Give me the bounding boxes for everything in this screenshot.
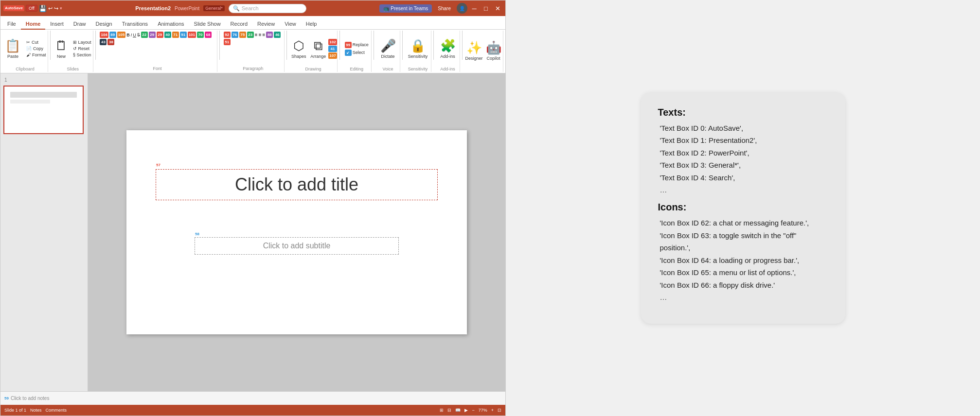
- tab-file[interactable]: File: [2, 19, 21, 30]
- slides-label: Slides: [67, 66, 79, 71]
- cut-button[interactable]: ✂ Cut: [24, 39, 48, 45]
- new-slide-button[interactable]: 🗒 New: [53, 32, 70, 66]
- status-notes[interactable]: Notes: [30, 408, 42, 413]
- arrange-button[interactable]: ⧉ Arrange: [309, 32, 327, 66]
- editing-group: 99 Replace ↙ Select Editing: [342, 31, 372, 72]
- new-slide-label: New: [57, 54, 66, 59]
- editing-buttons: 99 Replace ↙ Select: [343, 32, 371, 66]
- italic-button[interactable]: I: [131, 33, 132, 37]
- sensitivity-button[interactable]: 🔒 Sensitivity: [407, 32, 428, 66]
- addins-button[interactable]: 🧩 Add-ins: [438, 32, 458, 66]
- maximize-button[interactable]: □: [481, 3, 491, 13]
- slide-canvas[interactable]: 57 Click to add title 58 Click to add su…: [126, 130, 467, 334]
- tab-record[interactable]: Record: [226, 19, 252, 30]
- app-name-label: PowerPoint: [175, 6, 199, 11]
- paste-icon: 📋: [5, 38, 20, 53]
- search-placeholder: Search: [242, 5, 259, 11]
- layout-button[interactable]: ⊞ Layout: [71, 39, 93, 45]
- sep-5: [339, 31, 340, 60]
- copilot-button[interactable]: 🤖 Copilot: [484, 34, 503, 68]
- quickaccess-more[interactable]: ▾: [60, 6, 62, 11]
- badge-71: 71: [172, 32, 179, 38]
- icons-item-1: 'Icon Box ID 63: a toggle switch in the …: [660, 229, 828, 254]
- editing-label: Editing: [350, 66, 363, 71]
- close-button[interactable]: ✕: [493, 3, 502, 13]
- slide-title-box[interactable]: 57 Click to add title: [156, 169, 438, 200]
- drawing-buttons: ⬡ Shapes ⧉ Arrange 102 41 107: [289, 32, 337, 66]
- section-button[interactable]: § Section: [71, 52, 93, 58]
- underline-button[interactable]: U: [133, 33, 136, 37]
- status-fit[interactable]: ⊡: [498, 408, 501, 413]
- texts-item-1: 'Text Box ID 1: Presentation2',: [660, 134, 828, 147]
- redo-icon[interactable]: ↪: [54, 5, 58, 12]
- tab-help[interactable]: Help: [301, 19, 322, 30]
- dictate-button[interactable]: 🎤 Dictate: [378, 32, 398, 66]
- badge-font-size: 40: [164, 32, 171, 38]
- addins-icon: 🧩: [440, 38, 456, 53]
- addins-label-group: Add-ins: [440, 66, 455, 71]
- notes-placeholder: Click to add notes: [11, 396, 50, 401]
- status-view-reading[interactable]: 📖: [455, 408, 461, 413]
- status-slideshow[interactable]: ▶: [464, 408, 468, 413]
- annotation-card: Texts: 'Text Box ID 0: AutoSave', 'Text …: [641, 92, 845, 324]
- addins-group: 🧩 Add-ins Add-ins: [436, 31, 460, 72]
- slide-thumbnail[interactable]: [3, 86, 84, 134]
- clipboard-small-buttons: ✂ Cut 📄 Copy 🖌 Format: [24, 32, 48, 66]
- undo-icon[interactable]: ↩: [48, 5, 53, 12]
- texts-item-2: 'Text Box ID 2: PowerPoint',: [660, 147, 828, 159]
- tab-transitions[interactable]: Transitions: [117, 19, 153, 30]
- ppt-application: AutoSave Off 💾 ↩ ↪ ▾ Presentation2 Power…: [0, 0, 506, 416]
- reset-button[interactable]: ↺ Reset: [71, 46, 93, 52]
- slide-subtitle-box[interactable]: 58 Click to add subtitle: [195, 237, 399, 255]
- notes-bar[interactable]: 59 Click to add notes: [0, 391, 505, 405]
- copy-button[interactable]: 📄 Copy: [24, 46, 48, 52]
- align-left-button[interactable]: ≡: [255, 32, 258, 37]
- share-button[interactable]: Share: [434, 4, 455, 13]
- bold-button[interactable]: B: [126, 33, 130, 37]
- paste-button[interactable]: 📋 Paste: [2, 32, 23, 66]
- tab-review[interactable]: Review: [252, 19, 280, 30]
- font-buttons: 104 89 105 B I U S̶ 22 29 29 40 71 91 10…: [100, 32, 214, 65]
- slide-subtitle-text: Click to add subtitle: [263, 242, 331, 250]
- badge-107: 107: [328, 52, 337, 59]
- badge-43: 43: [100, 39, 107, 45]
- search-box[interactable]: 🔍 Search: [229, 4, 306, 13]
- badge-76: 76: [232, 32, 238, 38]
- shapes-button[interactable]: ⬡ Shapes: [289, 32, 308, 66]
- tab-insert[interactable]: Insert: [45, 19, 69, 30]
- tab-view[interactable]: View: [280, 19, 301, 30]
- status-view-normal[interactable]: ⊞: [440, 408, 444, 413]
- replace-button[interactable]: 99 Replace: [343, 41, 371, 49]
- user-avatar[interactable]: 👤: [457, 3, 467, 14]
- autosave-toggle[interactable]: Off: [26, 5, 37, 12]
- minimize-button[interactable]: ─: [469, 3, 479, 13]
- designer-button[interactable]: ✨ Designer: [465, 34, 483, 68]
- status-slide-count: Slide 1 of 1: [4, 408, 26, 413]
- paragraph-buttons: 92 76 75 23 ≡ ≡ ≡ 88 46 51: [224, 32, 283, 65]
- select-button[interactable]: ↙ Select: [343, 49, 371, 56]
- tab-design[interactable]: Design: [90, 19, 117, 30]
- status-comments[interactable]: Comments: [46, 408, 67, 413]
- tab-slideshow[interactable]: Slide Show: [189, 19, 226, 30]
- status-zoom-in[interactable]: +: [491, 408, 494, 413]
- badge-51: 51: [224, 39, 231, 45]
- status-zoom-level: 77%: [479, 408, 487, 413]
- status-view-slide-sorter[interactable]: ⊟: [447, 408, 451, 413]
- clipboard-label: Clipboard: [16, 66, 35, 71]
- sensitivity-icon: 🔒: [410, 38, 426, 53]
- strikethrough-button[interactable]: S̶: [137, 33, 140, 37]
- present-teams-button[interactable]: 📺 Present in Teams: [379, 4, 432, 13]
- align-center-button[interactable]: ≡: [259, 32, 262, 37]
- thumb-sub-line: [10, 100, 50, 104]
- icons-ellipsis: …: [660, 293, 828, 301]
- format-painter-button[interactable]: 🖌 Format: [24, 52, 48, 58]
- badge-88: 88: [266, 32, 273, 38]
- tab-animations[interactable]: Animations: [153, 19, 189, 30]
- sensitivity-tag[interactable]: General*: [203, 5, 225, 11]
- status-zoom-out[interactable]: −: [472, 408, 474, 413]
- save-icon[interactable]: 💾: [39, 5, 47, 12]
- align-right-button[interactable]: ≡: [263, 32, 266, 37]
- sensitivity-label: Sensitivity: [408, 54, 428, 59]
- tab-home[interactable]: Home: [21, 19, 46, 30]
- tab-draw[interactable]: Draw: [69, 19, 91, 30]
